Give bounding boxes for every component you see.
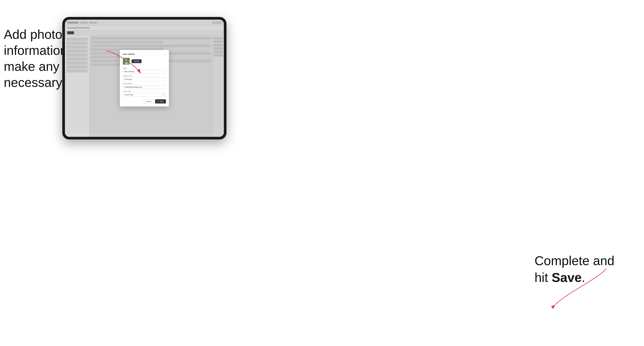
save-icon: ⬆ (158, 100, 159, 102)
email-field-group: Email address (123, 83, 166, 89)
tablet-screen: User details × Upload (65, 20, 224, 137)
cancel-button[interactable]: Cancel (144, 99, 154, 103)
school-year-field-group: School Year × ⇅ (123, 90, 166, 97)
left-arrow (105, 49, 142, 79)
right-arrow (552, 267, 608, 308)
modal-overlay: User details × Upload (65, 20, 224, 137)
school-year-input[interactable] (123, 93, 166, 97)
tablet-device: User details × Upload (62, 17, 226, 140)
school-year-wrapper: × ⇅ (123, 93, 166, 97)
save-button[interactable]: ⬆ Save (155, 99, 166, 103)
school-year-controls: × ⇅ (162, 94, 165, 96)
email-input[interactable] (123, 85, 166, 89)
email-label: Email address (123, 83, 166, 84)
school-year-clear-icon[interactable]: × (162, 94, 163, 96)
modal-close-button[interactable]: × (164, 53, 166, 55)
school-year-label: School Year (123, 90, 166, 92)
save-label: Save (160, 100, 164, 102)
school-year-arrows-icon[interactable]: ⇅ (164, 94, 165, 96)
modal-footer: Cancel ⬆ Save (123, 99, 166, 103)
